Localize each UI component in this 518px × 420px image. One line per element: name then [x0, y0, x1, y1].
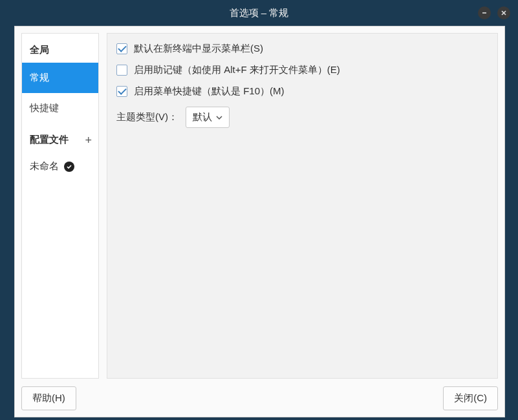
minimize-button[interactable] — [478, 6, 491, 19]
close-button[interactable] — [497, 6, 510, 19]
checkbox-mnemonics[interactable] — [116, 65, 127, 76]
check-row-show-menubar: 默认在新终端中显示菜单栏(S) — [116, 43, 488, 55]
check-row-mnemonics: 启用助记键（如使用 Alt+F 来打开文件菜单）(E) — [116, 64, 488, 76]
check-label: 启用助记键（如使用 Alt+F 来打开文件菜单）(E) — [134, 64, 340, 76]
profile-label: 未命名 — [30, 160, 59, 173]
minimize-icon — [481, 10, 488, 16]
sidebar-item-general[interactable]: 常规 — [22, 63, 98, 93]
preferences-window: 全局 常规 快捷键 配置文件 + 未命名 默认在新终端中显示菜单栏(S) — [14, 26, 505, 417]
sidebar-profiles-label: 配置文件 — [30, 134, 69, 146]
close-icon — [501, 10, 507, 16]
checkbox-menu-accel[interactable] — [116, 86, 127, 97]
titlebar: 首选项 – 常规 — [0, 0, 518, 26]
theme-label: 主题类型(V)： — [116, 111, 178, 123]
checkbox-show-menubar[interactable] — [116, 43, 127, 54]
sidebar-item-label: 快捷键 — [30, 102, 59, 113]
check-row-menu-accel: 启用菜单快捷键（默认是 F10）(M) — [116, 85, 488, 98]
check-label: 启用菜单快捷键（默认是 F10）(M) — [134, 85, 285, 98]
chevron-down-icon — [216, 116, 222, 120]
profile-item-unnamed[interactable]: 未命名 — [22, 152, 98, 180]
sidebar-item-label: 常规 — [30, 72, 49, 83]
add-profile-button[interactable]: + — [85, 134, 92, 146]
profile-default-badge-icon — [64, 162, 74, 172]
sidebar-global-header: 全局 — [22, 37, 98, 63]
check-label: 默认在新终端中显示菜单栏(S) — [134, 43, 263, 55]
theme-row: 主题类型(V)： 默认 — [116, 107, 488, 128]
sidebar-profiles-header: 配置文件 + — [22, 127, 98, 152]
theme-dropdown[interactable]: 默认 — [186, 107, 230, 128]
sidebar-item-shortcuts[interactable]: 快捷键 — [22, 93, 98, 123]
sidebar: 全局 常规 快捷键 配置文件 + 未命名 — [21, 33, 99, 379]
main-panel: 默认在新终端中显示菜单栏(S) 启用助记键（如使用 Alt+F 来打开文件菜单）… — [107, 33, 498, 379]
dialog-button-row: 帮助(H) 关闭(C) — [21, 379, 498, 410]
window-title: 首选项 – 常规 — [230, 7, 289, 19]
close-dialog-button[interactable]: 关闭(C) — [443, 386, 498, 410]
help-button[interactable]: 帮助(H) — [21, 386, 76, 410]
titlebar-controls — [478, 6, 510, 19]
content-row: 全局 常规 快捷键 配置文件 + 未命名 默认在新终端中显示菜单栏(S) — [21, 33, 498, 379]
dropdown-value: 默认 — [193, 111, 212, 123]
